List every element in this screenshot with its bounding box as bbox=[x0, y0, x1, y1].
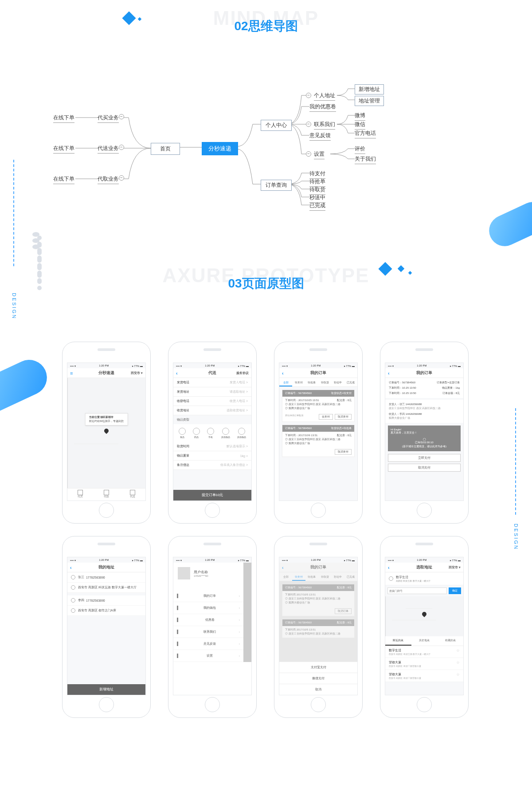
pay-alipay[interactable]: 支付宝支付 bbox=[279, 662, 357, 673]
back-icon[interactable]: ‹ bbox=[388, 370, 390, 376]
menu-contact[interactable]: 联系我们› bbox=[173, 626, 243, 638]
receiver-phone-row[interactable]: 收获电话收货人电话 > bbox=[173, 397, 251, 406]
back-icon[interactable]: ‹ bbox=[70, 565, 72, 570]
mind-map: 分秒速递 首页 代买业务 代送业务 代取业务 在线下单 在线下单 在线下单 个人… bbox=[53, 80, 479, 231]
add-address-button[interactable]: 新增地址 bbox=[67, 684, 145, 695]
submit-order-button[interactable]: 提交订单10元 bbox=[173, 490, 251, 500]
decor-blob bbox=[0, 354, 53, 418]
back-icon[interactable]: ‹ bbox=[282, 370, 284, 376]
receiver-addr-row[interactable]: 收货地址选取收货地址 > bbox=[173, 406, 251, 415]
leaf: 评价 bbox=[355, 145, 365, 154]
page-title: 我的订单 bbox=[310, 564, 326, 570]
leaf: 新增地址 bbox=[355, 84, 384, 95]
sender-addr-row[interactable]: 发货地址请选取地址 > bbox=[173, 387, 251, 397]
star-icon[interactable]: ☆ bbox=[456, 648, 460, 653]
tab-daimai[interactable]: 代买 bbox=[67, 489, 94, 500]
pay-wechat[interactable]: 微信支付 bbox=[279, 673, 357, 684]
avatar-icon bbox=[178, 567, 190, 579]
location-item[interactable]: ☆望都大厦西安市 高新区 科技二路望都大厦 bbox=[385, 670, 463, 682]
goods-medicine[interactable]: 药品 bbox=[193, 428, 200, 438]
address-item[interactable]: 张三 17782583890 bbox=[67, 572, 145, 583]
phone-home-map: •••• ▾1:20 PM▸ 77% ▬ ≡分秒速递西安市 ▾ 当前位置 倾听新… bbox=[62, 342, 151, 524]
tab-favorite[interactable]: 收藏的点 bbox=[437, 636, 463, 646]
phone-order-pay: •••• ▾1:20 PM▸ 77% ▬ ‹我的订单 全部待支付 待抢单待取货 … bbox=[274, 536, 363, 718]
star-icon[interactable]: ☆ bbox=[456, 660, 460, 665]
weight-row[interactable]: 物品重量1kg > bbox=[173, 451, 251, 461]
profile-header[interactable]: 用户名称14526****60 bbox=[173, 563, 243, 584]
menu-orders[interactable]: 我的订单› bbox=[173, 590, 243, 602]
tab-history[interactable]: 历史地点 bbox=[411, 636, 438, 646]
goods-phone[interactable]: 手机 bbox=[207, 428, 214, 438]
location-popup: 当前位置 倾听新都市附近约有50位骑手，专递到您 bbox=[85, 413, 128, 426]
goods-other2[interactable]: 其他物品 bbox=[237, 428, 246, 438]
tab-delivering[interactable]: 秒送中 bbox=[331, 378, 344, 386]
tab-nearby[interactable]: 附近的点 bbox=[385, 636, 411, 646]
tab-pickup[interactable]: 待取货 bbox=[318, 378, 331, 386]
leaf: 待支付 bbox=[309, 170, 325, 179]
pickup-time-row[interactable]: 取货时间默认选项显示 > bbox=[173, 442, 251, 451]
cancel-pay-button[interactable]: 取消支付 bbox=[335, 414, 352, 420]
cancel-pay-button[interactable]: 取消支付 bbox=[335, 449, 352, 455]
phone-order-list: •••• ▾1:20 PM▸ 77% ▬ ‹我的订单 全部 待支付 待抢单 待取… bbox=[274, 342, 363, 524]
back-icon[interactable]: ‹ bbox=[176, 370, 178, 376]
menu-icon[interactable]: ≡ bbox=[70, 370, 73, 376]
cancel-pay-button[interactable]: 取消支付 bbox=[388, 464, 461, 472]
node-daimai: 代买业务 bbox=[98, 114, 119, 123]
phone-profile: •••• ▾1:20 PM▸ 77% ▬ 用户名称14526****60 我的订… bbox=[168, 536, 257, 718]
order-item[interactable]: 订单编号：567384560取货状态=待抢单 下单时间：2017/10/9 13… bbox=[282, 425, 355, 457]
tab-daiqu[interactable]: 代取 bbox=[94, 489, 120, 500]
goods-other[interactable]: 其他物品 bbox=[221, 428, 230, 438]
decor-blob bbox=[484, 197, 532, 252]
node-settings: 设置 bbox=[314, 150, 325, 159]
order-tabs: 全部 待支付 待抢单 待取货 秒送中 已完成 bbox=[279, 378, 357, 387]
sender-phone-row[interactable]: 发货电话发货人电话 > bbox=[173, 378, 251, 387]
menu-wallet[interactable]: 我的钱包› bbox=[173, 602, 243, 614]
location-item[interactable]: ☆望都大厦西安市 高新区 科技二路望都大厦 bbox=[385, 658, 463, 670]
phone-delivery-form: •••• ▾1:20 PM▸ 77% ▬ ‹代送服务协议 发货电话发货人电话 >… bbox=[168, 342, 257, 524]
menu-settings[interactable]: 设置› bbox=[173, 650, 243, 662]
location-item[interactable]: ☆数字生活西安市 高新区 科技五路 数字大厦一楼大厅 bbox=[385, 646, 463, 658]
leaf: 微信 bbox=[355, 121, 365, 130]
pay-cancel[interactable]: 取消 bbox=[279, 684, 357, 695]
address-item[interactable]: 西安市 高新区 科技五路 数字大厦一楼大厅 bbox=[67, 583, 145, 593]
node-coupon: 我的优惠卷 bbox=[309, 103, 336, 112]
pay-button[interactable]: 去支付 bbox=[319, 414, 333, 420]
tab-pay[interactable]: 待支付 bbox=[292, 378, 305, 386]
node-order2: 在线下单 bbox=[53, 145, 74, 154]
person-icon bbox=[71, 598, 75, 603]
tab-grab[interactable]: 待抢单 bbox=[305, 378, 318, 386]
phone-order-detail: •••• ▾1:20 PM▸ 77% ▬ ‹我的订单 订单编号：56738456… bbox=[380, 342, 469, 524]
back-icon[interactable]: ‹ bbox=[282, 565, 284, 570]
pay-now-button[interactable]: 立即支付 bbox=[388, 454, 461, 462]
address-item[interactable]: 李四 17782583890 bbox=[67, 595, 145, 606]
back-icon[interactable]: ‹ bbox=[388, 565, 390, 570]
search-input[interactable] bbox=[387, 587, 447, 594]
confirm-button[interactable]: 确定 bbox=[449, 587, 461, 594]
goods-food[interactable]: 食品 bbox=[179, 428, 186, 438]
node-feedback: 意见反馈 bbox=[309, 132, 331, 141]
leaf: 秒送中 bbox=[309, 194, 325, 203]
page-title: 我的订单 bbox=[310, 370, 326, 376]
star-icon[interactable]: ☆ bbox=[456, 672, 460, 677]
address-item[interactable]: 西安市 高新区 都市之门A座 bbox=[67, 606, 145, 616]
menu-feedback[interactable]: 意见反馈› bbox=[173, 638, 243, 650]
order-item[interactable]: 订单编号：567384560取货状态=待支付 下单时间：2017/10/25 1… bbox=[282, 390, 355, 422]
app-title: 分秒速递 bbox=[98, 370, 114, 376]
drawer-slice bbox=[243, 563, 251, 662]
remark-row[interactable]: 备注信息你未填入备注信息 > bbox=[173, 461, 251, 470]
page-title: 代送 bbox=[208, 370, 216, 376]
city-selector[interactable]: 西安市 ▾ bbox=[449, 565, 461, 570]
menu-coupon[interactable]: 优惠卷› bbox=[173, 614, 243, 626]
tab-daisong[interactable]: 代送 bbox=[119, 489, 145, 500]
phone-select-address: •••• ▾1:20 PM▸ 77% ▬ ‹选取地址西安市 ▾ 数字生活高新区 … bbox=[380, 536, 469, 718]
side-rail-right: DESIGN bbox=[511, 408, 523, 586]
leaf: 关于我们 bbox=[355, 155, 376, 164]
node-order1: 在线下单 bbox=[53, 114, 74, 123]
tab-done[interactable]: 已完成 bbox=[344, 378, 357, 386]
city-selector[interactable]: 西安市 ▾ bbox=[131, 371, 143, 375]
mindmap-home: 首页 bbox=[151, 143, 180, 155]
decor-dots bbox=[31, 231, 41, 251]
tab-all[interactable]: 全部 bbox=[279, 378, 292, 386]
terms-link[interactable]: 服务协议 bbox=[236, 371, 249, 375]
leaf: 官方电话 bbox=[355, 130, 376, 138]
